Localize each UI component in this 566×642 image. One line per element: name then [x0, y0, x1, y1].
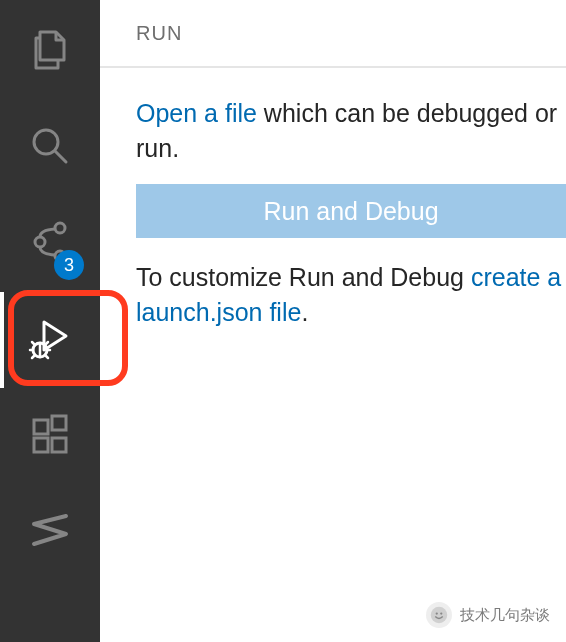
panel-body: Open a file which can be debugged or run…: [100, 68, 566, 348]
svg-rect-6: [34, 438, 48, 452]
custom-s-icon: [26, 506, 74, 558]
activity-extensions[interactable]: [0, 388, 100, 484]
svg-point-2: [35, 237, 45, 247]
customize-line: To customize Run and Debug create a laun…: [136, 260, 566, 330]
run-panel: RUN Open a file which can be debugged or…: [100, 0, 566, 642]
svg-point-11: [440, 612, 442, 614]
open-file-link[interactable]: Open a file: [136, 99, 257, 127]
activity-custom[interactable]: [0, 484, 100, 580]
panel-title: RUN: [100, 0, 566, 68]
customize-lead: To customize Run and Debug: [136, 263, 471, 291]
svg-rect-7: [52, 438, 66, 452]
extensions-icon: [26, 410, 74, 462]
files-icon: [26, 26, 74, 78]
run-debug-icon: [26, 314, 74, 366]
watermark-logo-icon: [426, 602, 452, 628]
activity-run-debug[interactable]: [0, 292, 100, 388]
activity-source-control[interactable]: 3: [0, 196, 100, 292]
source-control-badge: 3: [54, 250, 84, 280]
svg-point-10: [436, 612, 438, 614]
svg-point-1: [55, 223, 65, 233]
search-icon: [26, 122, 74, 174]
svg-point-9: [431, 607, 448, 624]
run-and-debug-button[interactable]: Run and Debug: [136, 184, 566, 238]
activity-search[interactable]: [0, 100, 100, 196]
svg-rect-8: [52, 416, 66, 430]
active-indicator: [0, 292, 4, 388]
svg-rect-5: [34, 420, 48, 434]
activity-bar: 3: [0, 0, 100, 642]
watermark-text: 技术几句杂谈: [460, 606, 550, 625]
customize-period: .: [301, 298, 308, 326]
activity-explorer[interactable]: [0, 4, 100, 100]
watermark: 技术几句杂谈: [426, 602, 550, 628]
open-file-line: Open a file which can be debugged or run…: [136, 96, 566, 166]
